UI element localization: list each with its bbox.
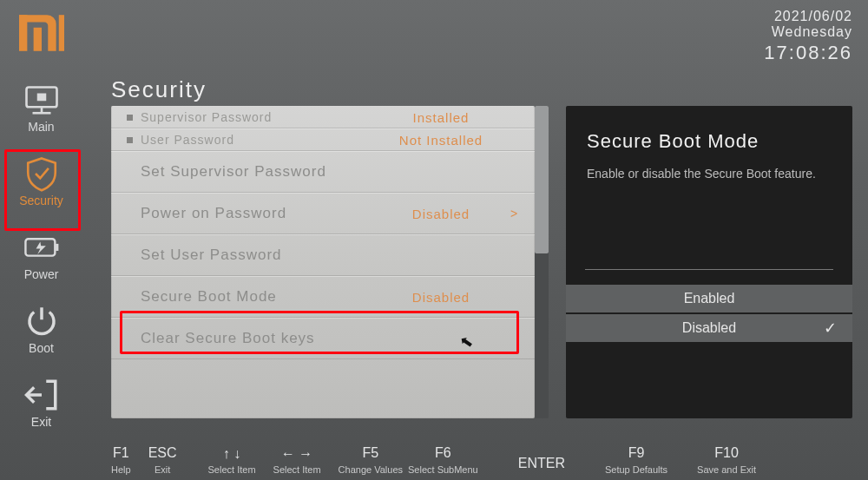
sidebar-item-boot[interactable]: Boot — [4, 293, 78, 366]
hint-esc: ESC Exit — [148, 445, 177, 475]
detail-panel: Secure Boot Mode Enable or disable the S… — [566, 106, 852, 418]
hint-updown: ↑ ↓ Select Item — [208, 447, 256, 475]
hint-key: F1 — [113, 445, 129, 461]
battery-icon — [23, 231, 60, 264]
action-row-clear-secure-boot-keys[interactable]: Clear Secure Boot keys — [111, 318, 535, 359]
monitor-icon — [23, 83, 60, 116]
page-title: Security — [111, 76, 207, 103]
hint-key: F10 — [714, 445, 739, 461]
select-row-power-on-password[interactable]: Power on Password Disabled > — [111, 193, 535, 234]
bullet-icon — [127, 137, 133, 143]
row-label: Clear Secure Boot keys — [141, 330, 315, 347]
detail-description: Enable or disable the Secure Boot featur… — [587, 165, 832, 182]
footer-hints: F1 Help ESC Exit ↑ ↓ Select Item ← → Sel… — [111, 437, 859, 475]
scrollbar[interactable] — [535, 106, 549, 418]
arrows-horizontal-icon: ← → — [281, 447, 312, 461]
hint-desc: Select SubMenu — [408, 464, 478, 475]
hint-f9: F9 Setup Defaults — [605, 445, 667, 475]
clock-day: Wednesday — [764, 24, 852, 40]
scrollbar-thumb[interactable] — [535, 106, 549, 253]
arrows-vertical-icon: ↑ ↓ — [223, 447, 240, 461]
option-label: Enabled — [684, 291, 735, 306]
row-label: User Password — [141, 133, 234, 147]
chevron-right-icon: > — [510, 207, 518, 220]
hint-enter: ENTER — [518, 456, 565, 475]
check-icon: ✓ — [824, 319, 837, 338]
hint-key: ESC — [148, 445, 177, 461]
hint-f10: F10 Save and Exit — [697, 445, 756, 475]
hint-desc: Select Item — [273, 464, 321, 475]
settings-list: Supervisor Password Installed User Passw… — [111, 106, 535, 418]
header: 2021/06/02 Wednesday 17:08:26 — [0, 0, 868, 66]
sidebar: Main Security Power Boot — [0, 66, 82, 480]
hint-key: ENTER — [518, 456, 565, 471]
brand-logo — [0, 0, 82, 66]
hint-leftright: ← → Select Item — [273, 447, 321, 475]
power-icon — [23, 305, 60, 338]
sidebar-item-label: Security — [19, 194, 63, 207]
svg-rect-8 — [56, 243, 58, 250]
hint-desc: Setup Defaults — [605, 464, 667, 475]
row-label: Supervisor Password — [141, 110, 272, 124]
option-list: Enabled Disabled ✓ — [566, 285, 852, 344]
action-row-set-supervisor-password[interactable]: Set Supervisor Password — [111, 151, 535, 193]
shield-icon — [23, 157, 60, 190]
select-row-secure-boot-mode[interactable]: Secure Boot Mode Disabled — [111, 276, 535, 318]
clock: 2021/06/02 Wednesday 17:08:26 — [764, 9, 852, 64]
sidebar-item-label: Main — [28, 120, 54, 134]
hint-f6: F6 Select SubMenu — [408, 445, 478, 475]
sidebar-item-main[interactable]: Main — [4, 71, 78, 145]
clock-time: 17:08:26 — [764, 42, 852, 64]
option-disabled[interactable]: Disabled ✓ — [566, 314, 852, 344]
hint-key: F5 — [362, 445, 378, 461]
sidebar-item-security[interactable]: Security — [4, 145, 78, 219]
row-label: Set Supervisor Password — [141, 163, 326, 181]
row-label: Set User Password — [141, 247, 282, 264]
clock-date: 2021/06/02 — [764, 9, 852, 24]
divider — [585, 269, 833, 270]
hint-f1: F1 Help — [111, 445, 131, 475]
sidebar-item-label: Power — [24, 267, 59, 281]
hint-desc: Exit — [155, 464, 170, 475]
hint-f5: F5 Change Values — [339, 445, 403, 475]
hint-desc: Change Values — [339, 464, 403, 475]
action-row-set-user-password[interactable]: Set User Password — [111, 234, 535, 276]
status-row-supervisor-password: Supervisor Password Installed — [111, 106, 535, 128]
row-label: Power on Password — [141, 205, 286, 222]
bullet-icon — [127, 115, 133, 121]
sidebar-item-exit[interactable]: Exit — [4, 366, 78, 440]
row-value: Disabled — [372, 207, 510, 221]
svg-rect-1 — [33, 28, 41, 51]
hint-key: F6 — [435, 445, 451, 461]
hint-desc: Select Item — [208, 464, 256, 475]
status-row-user-password: User Password Not Installed — [111, 128, 535, 151]
row-value: Installed — [372, 110, 510, 125]
exit-icon — [23, 378, 60, 411]
row-label: Secure Boot Mode — [141, 288, 277, 306]
sidebar-item-label: Boot — [29, 341, 54, 355]
svg-rect-4 — [36, 94, 46, 102]
row-value: Disabled — [372, 290, 510, 305]
sidebar-item-label: Exit — [31, 415, 51, 429]
option-label: Disabled — [682, 320, 736, 336]
svg-rect-2 — [58, 15, 63, 51]
row-value: Not Installed — [372, 133, 510, 148]
detail-title: Secure Boot Mode — [587, 130, 832, 153]
sidebar-item-power[interactable]: Power — [4, 219, 78, 293]
hint-desc: Help — [111, 464, 131, 475]
hint-desc: Save and Exit — [697, 464, 756, 475]
hint-key: F9 — [628, 445, 645, 461]
option-enabled[interactable]: Enabled — [566, 285, 852, 314]
